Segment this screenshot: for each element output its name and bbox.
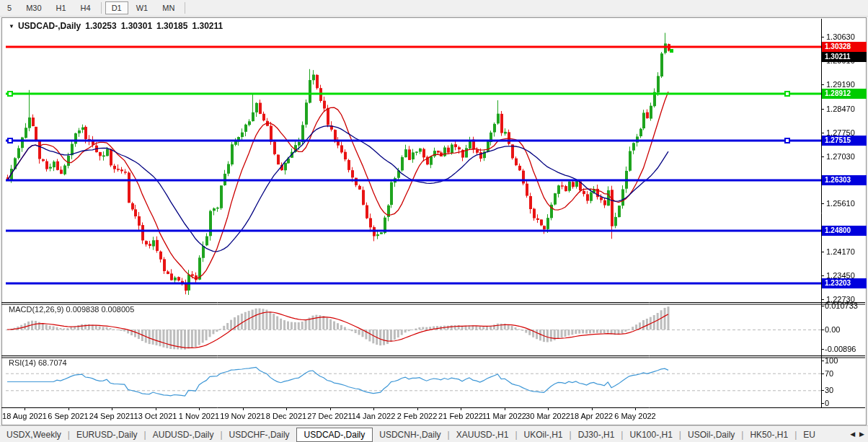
price-badge-130328: 1.30328 [822,42,867,52]
ohlc-high: 1.30301 [121,21,152,31]
chart-symbol: USDCAD-,Daily [18,21,81,31]
price-tick-label: 1.30630 [826,32,855,41]
tab-scroll-arrows: ◀ ▶ [848,426,867,441]
price-tick-label: 1.27030 [826,152,855,161]
tab-scroll-right-icon[interactable]: ▶ [859,430,864,438]
trading-terminal: 5M30H1H4D1W1MN ▼USDCAD-,Daily1.302531.30… [0,0,868,442]
date-label-6-may-2022: 6 May 2022 [603,412,668,420]
ohlc-open: 1.30253 [85,21,116,31]
chart-dropdown-icon[interactable]: ▼ [9,23,14,30]
macd-name: MACD(12,26,9) [9,305,63,314]
chart-title: ▼USDCAD-,Daily1.302531.303011.301851.302… [9,21,223,31]
price-badge-123203: 1.23203 [822,278,867,288]
price-tick-label: 1.29190 [826,80,855,89]
rsi-value: 68.7074 [38,358,67,367]
macd-tick-label: -0.00896 [825,345,856,353]
price-badge-130211: 1.30211 [822,52,867,62]
rsi-name: RSI(14) [9,358,36,367]
price-badge-126303: 1.26303 [822,175,867,185]
price-tick-label: 1.25610 [826,199,855,208]
price-badge-128912: 1.28912 [822,89,867,99]
macd-label: MACD(12,26,9) 0.009838 0.008005 [9,305,134,314]
price-badge-124800: 1.24800 [822,226,867,236]
rsi-tick-label: 0 [825,399,829,407]
price-badge-127515: 1.27515 [822,136,867,146]
rsi-tick-label: 100 [825,356,838,365]
tab-scroll-left-icon[interactable]: ◀ [850,430,855,438]
price-tick-label: 1.28470 [826,105,855,113]
chart-canvas[interactable] [0,0,868,442]
price-tick-label: 1.24170 [826,247,855,256]
ohlc-low: 1.30185 [156,21,187,31]
macd-tick-label: 0.010733 [825,301,858,310]
rsi-tick-label: 70 [825,369,833,378]
macd-values: 0.009838 0.008005 [66,305,134,314]
rsi-label: RSI(14) 68.7074 [9,358,67,367]
rsi-tick-label: 30 [825,386,833,394]
macd-tick-label: 0.00 [825,325,840,334]
ohlc-close: 1.30211 [192,21,223,31]
